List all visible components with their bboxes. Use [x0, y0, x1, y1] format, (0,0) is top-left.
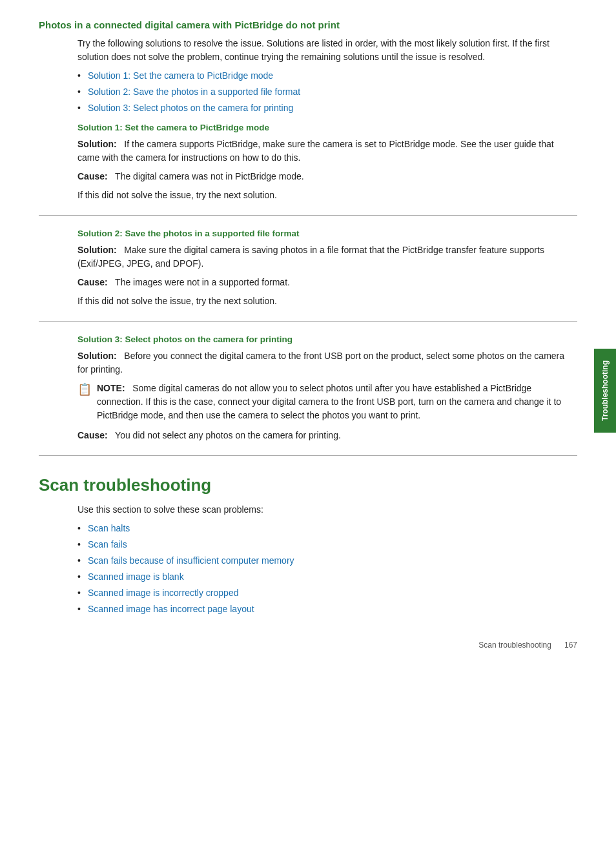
solution3-cause-text: Cause: You did not select any photos on … — [77, 429, 577, 442]
solution1-cause-body: The digital camera was not in PictBridge… — [115, 171, 304, 181]
divider-2 — [39, 321, 577, 322]
scan-halts-link[interactable]: Scan halts — [88, 523, 130, 533]
note-box: 📋 NOTE: Some digital cameras do not allo… — [77, 382, 577, 422]
solution1-solution-label: Solution: — [77, 139, 117, 149]
solution1-cause-text: Cause: The digital camera was not in Pic… — [77, 170, 577, 183]
right-tab: Troubleshooting — [594, 349, 616, 433]
list-item: Scanned image is blank — [77, 570, 577, 584]
solution2-link[interactable]: Solution 2: Save the photos in a support… — [88, 87, 300, 97]
list-item: Solution 2: Save the photos in a support… — [77, 85, 577, 99]
list-item: Solution 3: Select photos on the camera … — [77, 101, 577, 115]
solution3-cause-label: Cause: — [77, 430, 108, 440]
solution2-next: If this did not solve the issue, try the… — [77, 294, 577, 308]
solution3-solution-text: Solution: Before you connect the digital… — [77, 349, 577, 376]
solution1-cause-label: Cause: — [77, 171, 108, 181]
divider-3 — [39, 455, 577, 456]
list-item: Scan fails because of insufficient compu… — [77, 554, 577, 568]
solution2-cause-label: Cause: — [77, 277, 108, 287]
solution2-cause-body: The images were not in a supported forma… — [115, 277, 290, 287]
list-item: Scanned image is incorrectly cropped — [77, 586, 577, 600]
solution2-heading: Solution 2: Save the photos in a support… — [77, 229, 577, 238]
solution3-solution-body: Before you connect the digital camera to… — [77, 351, 564, 375]
list-item: Scanned image has incorrect page layout — [77, 602, 577, 616]
list-item: Solution 1: Set the camera to PictBridge… — [77, 69, 577, 83]
note-content: NOTE: Some digital cameras do not allow … — [97, 382, 577, 422]
solution2-cause-text: Cause: The images were not in a supporte… — [77, 276, 577, 289]
solution2-solution-text: Solution: Make sure the digital camera i… — [77, 243, 577, 271]
solution3-link[interactable]: Solution 3: Select photos on the camera … — [88, 103, 293, 113]
solution1-next: If this did not solve the issue, try the… — [77, 189, 577, 202]
photos-solutions-list: Solution 1: Set the camera to PictBridge… — [77, 69, 577, 115]
solution3-cause-body: You did not select any photos on the cam… — [115, 430, 341, 440]
solution2-solution-body: Make sure the digital camera is saving p… — [77, 245, 544, 269]
footer-page: 167 — [564, 641, 577, 650]
list-item: Scan halts — [77, 522, 577, 535]
scan-cropped-link[interactable]: Scanned image is incorrectly cropped — [88, 588, 238, 598]
solution2-solution-label: Solution: — [77, 245, 117, 255]
note-text: Some digital cameras do not allow you to… — [97, 383, 561, 420]
solution1-heading: Solution 1: Set the camera to PictBridge… — [77, 123, 577, 132]
scan-problems-list: Scan halts Scan fails Scan fails because… — [77, 522, 577, 616]
footer-left: Scan troubleshooting — [478, 641, 551, 650]
scan-fails-link[interactable]: Scan fails — [88, 539, 127, 550]
footer: Scan troubleshooting 167 — [478, 641, 577, 650]
photos-intro: Try the following solutions to resolve t… — [77, 37, 577, 64]
scan-intro: Use this section to solve these scan pro… — [77, 503, 577, 517]
scan-blank-link[interactable]: Scanned image is blank — [88, 571, 184, 582]
list-item: Scan fails — [77, 538, 577, 551]
note-icon: 📋 — [77, 382, 92, 396]
solution3-solution-label: Solution: — [77, 351, 117, 361]
solution3-heading: Solution 3: Select photos on the camera … — [77, 334, 577, 344]
divider-1 — [39, 215, 577, 216]
page-content: Photos in a connected digital camera wit… — [0, 0, 616, 663]
scan-layout-link[interactable]: Scanned image has incorrect page layout — [88, 604, 254, 614]
scan-fails-memory-link[interactable]: Scan fails because of insufficient compu… — [88, 555, 294, 566]
solution1-solution-body: If the camera supports PictBridge, make … — [77, 139, 554, 163]
scan-section-heading: Scan troubleshooting — [39, 475, 577, 495]
photos-section-heading: Photos in a connected digital camera wit… — [39, 19, 577, 30]
note-label: NOTE: — [97, 383, 125, 393]
solution1-link[interactable]: Solution 1: Set the camera to PictBridge… — [88, 70, 273, 81]
solution1-solution-text: Solution: If the camera supports PictBri… — [77, 138, 577, 165]
